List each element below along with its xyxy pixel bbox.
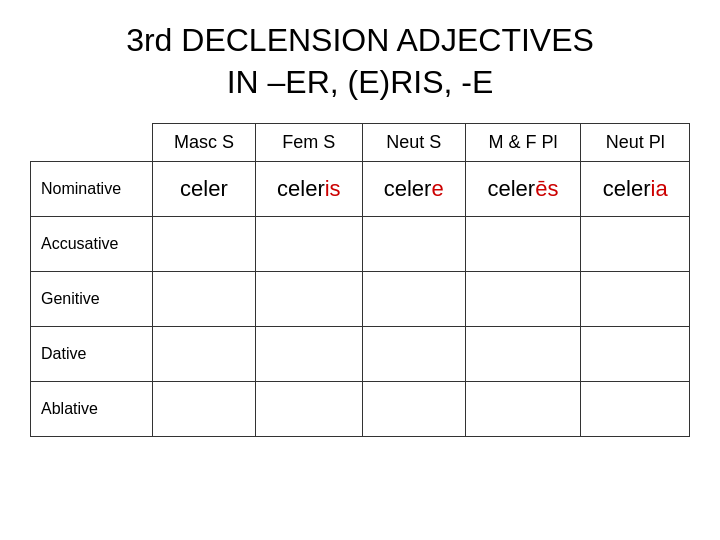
cell-nominative-fem-s: celeris (255, 162, 362, 217)
cell-ablative-masc-s (153, 382, 256, 437)
cell-ablative-mf-pl (465, 382, 581, 437)
row-label-ablative: Ablative (31, 382, 153, 437)
col-header-masc-s: Masc S (153, 124, 256, 162)
cell-dative-masc-s (153, 327, 256, 382)
cell-genitive-neut-s (362, 272, 465, 327)
cell-dative-mf-pl (465, 327, 581, 382)
table-row: Ablative (31, 382, 690, 437)
cell-nominative-neut-s: celere (362, 162, 465, 217)
cell-genitive-mf-pl (465, 272, 581, 327)
cell-accusative-fem-s (255, 217, 362, 272)
cell-accusative-mf-pl (465, 217, 581, 272)
row-label-genitive: Genitive (31, 272, 153, 327)
table-row: Accusative (31, 217, 690, 272)
cell-accusative-masc-s (153, 217, 256, 272)
cell-dative-fem-s (255, 327, 362, 382)
cell-ablative-neut-s (362, 382, 465, 437)
col-header-empty (31, 124, 153, 162)
cell-genitive-fem-s (255, 272, 362, 327)
table-header-row: Masc S Fem S Neut S M & F Pl Neut Pl (31, 124, 690, 162)
cell-accusative-neut-s (362, 217, 465, 272)
table-row: Genitive (31, 272, 690, 327)
cell-dative-neut-s (362, 327, 465, 382)
col-header-fem-s: Fem S (255, 124, 362, 162)
cell-ablative-fem-s (255, 382, 362, 437)
declension-table: Masc S Fem S Neut S M & F Pl Neut Pl Nom… (30, 123, 690, 437)
cell-nominative-masc-s: celer (153, 162, 256, 217)
col-header-neut-pl: Neut Pl (581, 124, 690, 162)
cell-nominative-neut-pl: celeria (581, 162, 690, 217)
row-label-nominative: Nominative (31, 162, 153, 217)
cell-genitive-neut-pl (581, 272, 690, 327)
row-label-dative: Dative (31, 327, 153, 382)
table-row: Nominative celer celeris celere celerēs … (31, 162, 690, 217)
table-row: Dative (31, 327, 690, 382)
cell-nominative-mf-pl: celerēs (465, 162, 581, 217)
cell-dative-neut-pl (581, 327, 690, 382)
col-header-neut-s: Neut S (362, 124, 465, 162)
cell-accusative-neut-pl (581, 217, 690, 272)
cell-ablative-neut-pl (581, 382, 690, 437)
page-title: 3rd DECLENSION ADJECTIVES IN –ER, (E)RIS… (126, 20, 594, 103)
row-label-accusative: Accusative (31, 217, 153, 272)
cell-genitive-masc-s (153, 272, 256, 327)
col-header-mf-pl: M & F Pl (465, 124, 581, 162)
